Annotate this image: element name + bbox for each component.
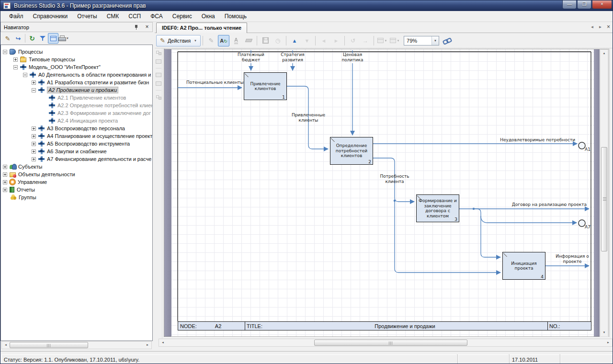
menu-windows[interactable]: Окна: [197, 11, 220, 21]
menu-help[interactable]: Помощь: [220, 11, 251, 21]
refresh-button[interactable]: ↻: [27, 33, 37, 44]
menu-directories[interactable]: Справочники: [28, 11, 73, 21]
scrollbar-thumb[interactable]: [10, 342, 88, 348]
menu-fsa[interactable]: ФСА: [146, 11, 168, 21]
collapse-icon[interactable]: [23, 73, 27, 77]
menu-bar: Файл Справочники Отчеты СМК ССП ФСА Серв…: [0, 11, 613, 22]
arrow-label-payment-budget[interactable]: Платежный бюджет: [235, 52, 267, 63]
tab-idef0-a2[interactable]: IDEF0: A2 Про... только чтение: [156, 23, 247, 33]
navigator-hscrollbar[interactable]: ◄ ►: [1, 341, 152, 349]
menu-smk[interactable]: СМК: [102, 11, 124, 21]
print-button[interactable]: ▼: [58, 33, 69, 44]
tree-item-a2-1[interactable]: A2.1 Привлечение клиентов: [1, 94, 152, 102]
expand-icon[interactable]: [32, 126, 36, 131]
tree-item-a5[interactable]: A5 Воспроизводство инструмента: [1, 140, 152, 148]
scroll-right-icon[interactable]: ►: [604, 339, 612, 346]
scroll-left-icon[interactable]: ◄: [159, 339, 167, 346]
expand-icon[interactable]: [13, 57, 18, 62]
navigator-close-icon[interactable]: ×: [144, 24, 150, 31]
scroll-up-icon[interactable]: ▲: [601, 50, 608, 57]
arrow-label-unmet-needs[interactable]: Неудовлетворимые потребности: [499, 137, 575, 143]
scrollbar-thumb[interactable]: [314, 340, 467, 346]
printer-icon: [58, 35, 65, 41]
tree-item-processes[interactable]: Процессы: [1, 48, 152, 56]
tree-item-management[interactable]: Управление: [1, 178, 152, 186]
filter-icon: [40, 35, 45, 41]
collapse-icon[interactable]: [3, 50, 7, 54]
tree-item-a3[interactable]: A3 Воспроизводство персонала: [1, 125, 152, 132]
expand-icon[interactable]: [32, 80, 36, 85]
activity-box-3[interactable]: Формирование и заключение договора с кли…: [416, 194, 459, 222]
canvas-vscrollbar[interactable]: ▲ ▼: [600, 49, 608, 337]
menu-ssp[interactable]: ССП: [124, 11, 146, 21]
arrow-label-client-need[interactable]: Потребность клиента: [378, 174, 411, 184]
tree-item-reports[interactable]: Отчеты: [1, 186, 152, 193]
arrow-label-pricing-policy[interactable]: Ценовая политика: [337, 52, 368, 63]
tab-next-icon[interactable]: ►: [597, 25, 603, 29]
diagram-canvas[interactable]: Привлечение клиентов 1 Определение потре…: [162, 48, 613, 339]
collapse-icon[interactable]: [32, 88, 36, 92]
expand-icon[interactable]: [3, 165, 7, 169]
go-button[interactable]: ↪: [13, 33, 23, 44]
dropdown-icon[interactable]: ▼: [431, 36, 439, 45]
collapse-icon[interactable]: [13, 65, 18, 69]
tree-item-subjects[interactable]: Субъекты: [1, 163, 152, 171]
arrow-label-development-strategy[interactable]: Стратегия развития: [277, 52, 308, 63]
expand-icon[interactable]: [32, 157, 36, 161]
tree-item-groups[interactable]: Группы: [1, 193, 152, 201]
tree-item-a1[interactable]: A1 Разработка стратегии и развитие бизн: [1, 79, 152, 86]
maximize-button[interactable]: ❐: [577, 0, 591, 9]
tree-item-a2[interactable]: A2 Продвижение и продажи: [1, 86, 152, 94]
expand-icon[interactable]: [32, 149, 36, 154]
actions-button[interactable]: ✎ Действия ▼: [156, 35, 201, 46]
expand-icon[interactable]: [3, 188, 7, 192]
arrow-label-attracted-clients[interactable]: Привлеченные клиенты: [291, 113, 326, 123]
menu-file[interactable]: Файл: [4, 11, 28, 21]
filter-button[interactable]: [37, 33, 48, 44]
tree-item-a2-4[interactable]: A2.4 Инициация проекта: [1, 117, 152, 125]
rotate-text-button[interactable]: A↻: [218, 35, 229, 46]
arrow-label-potential-clients[interactable]: Потенциальные клиенты: [186, 80, 244, 85]
expand-icon[interactable]: [32, 134, 36, 138]
tree-item-model[interactable]: Модель_ООО "ИнТехПроект": [1, 63, 152, 71]
close-button[interactable]: ×: [592, 0, 612, 9]
tree-item-a2-3[interactable]: A2.3 Формирование и заключение дог: [1, 109, 152, 117]
expand-icon[interactable]: [3, 172, 7, 177]
tab-close-icon[interactable]: ×: [605, 24, 612, 30]
activity-box-2[interactable]: Определение потребностей клиентов 2: [330, 137, 373, 165]
tree-item-a6[interactable]: A6 Закупки и снабжение: [1, 148, 152, 155]
refresh-icon: ↻: [29, 34, 35, 42]
activity-box-4[interactable]: Инициация проекта 4: [502, 252, 545, 280]
tree-item-a0[interactable]: A0 Деятельность в области проектирования…: [1, 71, 152, 79]
tree-item-a4[interactable]: A4 Планирование и осуществление проект: [1, 132, 152, 140]
canvas-hscrollbar[interactable]: ◄ ►: [159, 339, 613, 347]
zoom-combobox[interactable]: 79% ▼: [404, 36, 439, 46]
tree-item-activity-objects[interactable]: Объекты деятельности: [1, 171, 152, 178]
scroll-left-icon[interactable]: ◄: [2, 341, 10, 349]
minimize-button[interactable]: —: [562, 0, 577, 9]
expand-icon[interactable]: [32, 142, 36, 146]
node-value: A2: [215, 323, 221, 329]
sync-window-button[interactable]: [48, 33, 58, 44]
tree-item-a2-2[interactable]: A2.2 Определение потребностей клиен: [1, 102, 152, 109]
tree-item-a7[interactable]: A7 Финансирование деятельности и расче: [1, 155, 152, 163]
edit-button[interactable]: ✎: [2, 33, 13, 44]
right-arrow-icon: ►: [334, 38, 339, 44]
pin-icon[interactable]: [134, 24, 139, 30]
title-bar: Business Studio 3.6 - Пример разграничен…: [0, 0, 613, 11]
broken-link-icon[interactable]: [443, 37, 452, 44]
menu-reports[interactable]: Отчеты: [72, 11, 102, 21]
redo-arrow-icon: ↪: [16, 35, 21, 42]
scroll-down-icon[interactable]: ▼: [601, 329, 608, 336]
arrow-label-project-info[interactable]: Информация о проекте: [555, 254, 590, 264]
expand-icon[interactable]: [3, 180, 7, 184]
arrow-label-project-contract[interactable]: Договор на реализацию проекта: [510, 202, 587, 207]
menu-service[interactable]: Сервис: [168, 11, 197, 21]
scroll-right-icon[interactable]: ►: [144, 341, 151, 349]
tab-prev-icon[interactable]: ◄: [589, 25, 595, 29]
scrollbar-thumb[interactable]: [601, 147, 607, 251]
move-up-button[interactable]: ▲: [289, 35, 300, 46]
tree-item-label: Типовые процессы: [29, 57, 75, 62]
activity-box-1[interactable]: Привлечение клиентов 1: [244, 72, 287, 100]
tree-item-typical-processes[interactable]: Типовые процессы: [1, 56, 152, 63]
